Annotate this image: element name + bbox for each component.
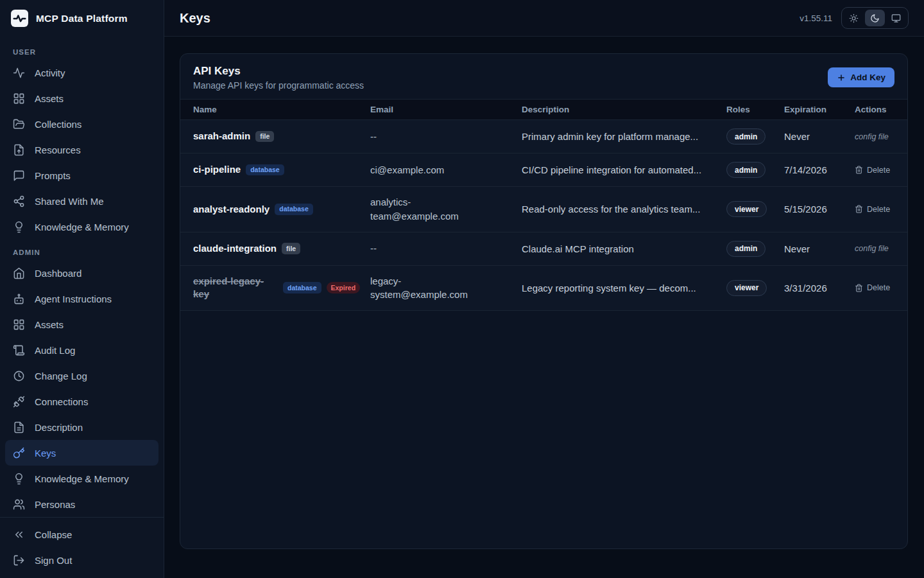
theme-toggle <box>841 7 909 29</box>
column-header-description: Description <box>522 105 726 114</box>
table-body: sarah-adminfile--Primary admin key for p… <box>180 120 907 311</box>
email-value: analytics-team@example.com <box>370 195 473 223</box>
sidebar-item-label: Change Log <box>35 371 87 381</box>
column-header-name: Name <box>193 105 370 114</box>
moon-icon <box>870 13 880 23</box>
sidebar-item-resources[interactable]: Resources <box>5 137 158 162</box>
sidebar-item-keys[interactable]: Keys <box>5 440 158 466</box>
sidebar-item-collapse[interactable]: Collapse <box>5 521 158 547</box>
table-row-analyst-readonly: analyst-readonlydatabaseanalytics-team@e… <box>180 187 907 232</box>
sidebar-footer: CollapseSign Out <box>0 517 164 578</box>
page-title: Keys <box>180 11 210 26</box>
sun-icon <box>849 13 859 23</box>
sidebar-item-prompts[interactable]: Prompts <box>5 162 158 188</box>
email-cell: -- <box>370 241 522 256</box>
theme-option-light[interactable] <box>844 10 864 26</box>
scroll-icon <box>13 344 25 356</box>
sign-out-icon <box>13 554 25 566</box>
folder-open-icon <box>13 118 25 130</box>
sidebar-item-personas[interactable]: Personas <box>5 491 158 517</box>
sidebar-item-knowledge-memory[interactable]: Knowledge & Memory <box>5 466 158 491</box>
expiration-value: 3/31/2026 <box>784 283 855 293</box>
lightbulb-icon <box>13 221 25 233</box>
api-keys-card: API Keys Manage API keys for programmati… <box>180 53 908 549</box>
sidebar-item-label: Connections <box>35 396 88 407</box>
description-value: Claude.ai MCP integration <box>522 243 726 254</box>
expired-badge: Expired <box>327 282 361 293</box>
sidebar-item-shared-with-me[interactable]: Shared With Me <box>5 188 158 214</box>
sidebar-item-label: Assets <box>35 319 64 330</box>
key-name-cell: expired-legacy-keydatabaseExpired <box>193 275 370 301</box>
app-window: MCP Data Platform USERActivityAssetsColl… <box>0 0 924 578</box>
sidebar-item-label: Keys <box>35 448 56 459</box>
role-badge-admin: admin <box>726 241 766 257</box>
expiration-value: 5/15/2026 <box>784 204 855 215</box>
sidebar-item-label: Resources <box>35 144 81 155</box>
sidebar-item-collections[interactable]: Collections <box>5 111 158 137</box>
description-value: Legacy reporting system key — decom... <box>522 283 726 293</box>
topbar: Keys v1.55.11 <box>164 0 924 37</box>
clock-icon <box>13 370 25 382</box>
trash-icon <box>855 284 863 292</box>
sidebar-item-label: Collections <box>35 119 81 130</box>
delete-button[interactable]: Delete <box>855 166 890 175</box>
email-value: -- <box>370 241 377 256</box>
column-header-expiration: Expiration <box>784 105 855 114</box>
topbar-right: v1.55.11 <box>800 7 909 29</box>
key-name-cell: ci-pipelinedatabase <box>193 163 370 176</box>
app-logo-icon <box>10 9 29 28</box>
delete-label: Delete <box>867 166 890 175</box>
file-text-icon <box>13 421 25 434</box>
sidebar-item-label: Dashboard <box>35 268 81 279</box>
email-cell: analytics-team@example.com <box>370 195 522 223</box>
email-cell: ci@example.com <box>370 163 522 177</box>
sidebar-item-label: Activity <box>35 67 65 78</box>
delete-button[interactable]: Delete <box>855 283 890 292</box>
database-badge: database <box>246 164 284 176</box>
monitor-icon <box>891 13 901 23</box>
trash-icon <box>855 166 863 174</box>
table-row-sarah-admin: sarah-adminfile--Primary admin key for p… <box>180 120 907 153</box>
theme-option-dark[interactable] <box>865 10 885 26</box>
key-name-cell: sarah-adminfile <box>193 130 370 143</box>
table-row-ci-pipeline: ci-pipelinedatabaseci@example.comCI/CD p… <box>180 153 907 187</box>
table-row-expired-legacy-key: expired-legacy-keydatabaseExpiredlegacy-… <box>180 266 907 311</box>
roles-cell: admin <box>726 128 784 144</box>
sidebar-item-label: Description <box>35 422 83 433</box>
email-cell: -- <box>370 130 522 144</box>
sidebar-item-assets[interactable]: Assets <box>5 311 158 337</box>
sidebar-item-description[interactable]: Description <box>5 414 158 440</box>
sidebar: MCP Data Platform USERActivityAssetsColl… <box>0 0 164 578</box>
description-value: CI/CD pipeline integration for automated… <box>522 164 726 175</box>
add-key-label: Add Key <box>850 73 886 82</box>
actions-cell: Delete <box>855 166 894 175</box>
sidebar-item-dashboard[interactable]: Dashboard <box>5 260 158 286</box>
sidebar-item-connections[interactable]: Connections <box>5 389 158 414</box>
nav-section-label-user: USER <box>0 39 164 60</box>
sidebar-item-knowledge-memory[interactable]: Knowledge & Memory <box>5 214 158 240</box>
card-subtitle: Manage API keys for programmatic access <box>193 80 364 91</box>
sidebar-item-assets[interactable]: Assets <box>5 85 158 111</box>
sidebar-item-sign-out[interactable]: Sign Out <box>5 547 158 573</box>
sidebar-item-activity[interactable]: Activity <box>5 60 158 85</box>
config-file-note: config file <box>855 132 889 141</box>
sidebar-item-change-log[interactable]: Change Log <box>5 363 158 389</box>
column-header-email: Email <box>370 105 522 114</box>
theme-option-system[interactable] <box>886 10 906 26</box>
delete-button[interactable]: Delete <box>855 205 890 214</box>
sidebar-item-audit-log[interactable]: Audit Log <box>5 337 158 363</box>
role-badge-admin: admin <box>726 162 766 178</box>
version-label: v1.55.11 <box>800 13 832 23</box>
role-badge-admin: admin <box>726 128 766 144</box>
add-key-button[interactable]: Add Key <box>828 67 894 87</box>
email-value: ci@example.com <box>370 163 444 177</box>
expiration-value: Never <box>784 131 855 142</box>
column-header-actions: Actions <box>855 105 894 114</box>
plug-icon <box>13 396 25 408</box>
share-icon <box>13 195 25 207</box>
delete-label: Delete <box>867 205 890 214</box>
key-name: ci-pipeline <box>193 163 241 176</box>
sidebar-item-agent-instructions[interactable]: Agent Instructions <box>5 286 158 311</box>
lightbulb-icon <box>13 473 25 485</box>
users-icon <box>13 498 25 511</box>
